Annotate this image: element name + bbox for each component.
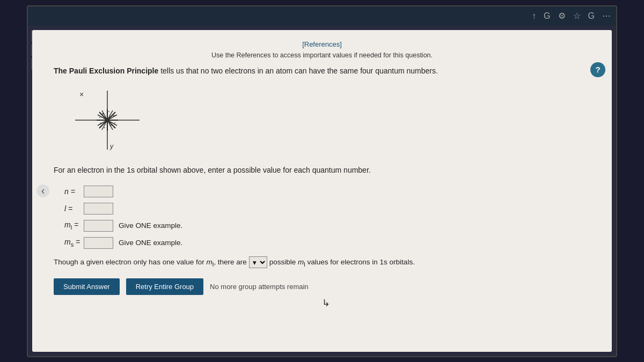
dropdown-row: Though a given electron only has one val… [54, 256, 590, 269]
l-label: l = [64, 204, 80, 213]
ml-count-dropdown[interactable]: ▾ 1 2 3 [249, 256, 267, 268]
ms-input-row: ms = Give ONE example. [64, 237, 590, 249]
no-attempts-text: No more group attempts remain [210, 283, 309, 291]
n-input-row: n = [64, 186, 590, 197]
main-content: ‹ ? [References] Use the References to a… [32, 30, 612, 352]
star-icon[interactable]: ☆ [573, 11, 581, 21]
retry-entire-group-button[interactable]: Retry Entire Group [126, 278, 203, 295]
question-text: For an electron in the 1s orbital shown … [54, 165, 590, 176]
svg-point-17 [99, 117, 100, 118]
orbital-diagram: × [70, 85, 145, 155]
n-label: n = [64, 187, 80, 196]
principle-bold: The Pauli Exclusion Principle [54, 67, 158, 75]
ml-label: ml = [64, 220, 80, 231]
ms-example-text: Give ONE example. [119, 239, 182, 247]
ms-input[interactable] [84, 237, 113, 249]
references-section: [References] [54, 40, 590, 48]
ms-label: ms = [64, 238, 80, 248]
principle-text: The Pauli Exclusion Principle tells us t… [54, 65, 590, 77]
svg-point-11 [103, 113, 104, 114]
ml-input[interactable] [84, 220, 113, 232]
g2-icon[interactable]: G [588, 11, 595, 21]
principle-rest: tells us that no two electrons in an ato… [158, 67, 438, 75]
svg-point-15 [104, 127, 105, 128]
ml-input-row: ml = Give ONE example. [64, 220, 590, 232]
svg-text:×: × [79, 90, 84, 99]
n-input[interactable] [84, 186, 113, 197]
l-input-row: l = [64, 203, 590, 215]
top-bar: ↑ G ⚙ ☆ G ⋯ [28, 6, 616, 26]
dropdown-text-before: Though a given electron only has one val… [54, 256, 247, 269]
quantum-inputs: n = l = ml = Give ONE example. ms = [64, 186, 590, 249]
submit-answer-button[interactable]: Submit Answer [54, 278, 120, 295]
arrow-up-icon[interactable]: ↑ [532, 11, 536, 21]
help-icon[interactable]: ? [590, 62, 605, 77]
svg-text:y: y [109, 143, 114, 150]
references-link[interactable]: [References] [302, 40, 342, 48]
orbital-svg: × [70, 85, 145, 155]
dropdown-text-after: possible ml values for electrons in 1s o… [269, 256, 415, 269]
main-screen: ↑ G ⚙ ☆ G ⋯ eq eq eq ‹ ? [References] Us… [27, 5, 617, 357]
cursor-indicator: ↳ [322, 297, 330, 309]
svg-point-18 [108, 111, 109, 112]
more-icon[interactable]: ⋯ [602, 11, 611, 21]
svg-point-12 [113, 115, 115, 116]
chevron-left-icon[interactable]: ‹ [36, 184, 49, 197]
button-row: Submit Answer Retry Entire Group No more… [54, 278, 590, 295]
use-references-text: Use the References to access important v… [54, 51, 590, 59]
ml-example-text: Give ONE example. [119, 221, 182, 230]
l-input[interactable] [84, 203, 113, 215]
g-icon[interactable]: G [544, 11, 550, 21]
svg-point-13 [100, 122, 102, 124]
svg-point-14 [110, 124, 112, 126]
settings-icon[interactable]: ⚙ [558, 11, 566, 21]
svg-point-16 [114, 122, 115, 123]
